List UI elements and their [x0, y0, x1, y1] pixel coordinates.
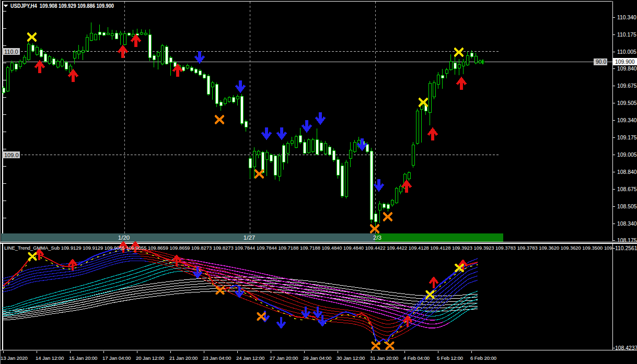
svg-text:108.675: 108.675 [617, 186, 637, 192]
svg-text:6 Feb 20:00: 6 Feb 20:00 [470, 355, 496, 361]
svg-text:15 Jan 20:00: 15 Jan 20:00 [69, 355, 97, 361]
svg-text:109.505: 109.505 [617, 100, 637, 106]
svg-text:23 Jan 04:00: 23 Jan 04:00 [203, 355, 231, 361]
svg-text:110.340: 110.340 [617, 15, 636, 20]
svg-text:1/20: 1/20 [118, 234, 130, 241]
svg-text:109.675: 109.675 [617, 83, 637, 89]
svg-text:109.005: 109.005 [617, 152, 637, 158]
svg-text:109.0: 109.0 [4, 152, 19, 158]
svg-text:110.0: 110.0 [4, 49, 18, 55]
svg-text:LINE_Trend_GMMA_Sub 109.9129 1: LINE_Trend_GMMA_Sub 109.9129 109.9129 10… [4, 245, 624, 251]
svg-text:108.840: 108.840 [617, 169, 637, 175]
svg-text:1/27: 1/27 [244, 234, 255, 241]
svg-text:90.0: 90.0 [596, 59, 606, 65]
svg-text:4 Feb 04:00: 4 Feb 04:00 [403, 355, 430, 361]
svg-text:109.175: 109.175 [617, 135, 637, 140]
svg-text:110.2561: 110.2561 [615, 245, 637, 251]
svg-text:5 Feb 12:00: 5 Feb 12:00 [437, 355, 463, 361]
svg-text:USDJPY,H4 109.908 109.929 109: USDJPY,H4 109.908 109.929 109.886 109.90… [10, 3, 114, 9]
svg-text:13 Jan 2020: 13 Jan 2020 [1, 355, 28, 361]
svg-text:109.900: 109.900 [615, 59, 635, 65]
svg-text:109.840: 109.840 [617, 66, 637, 72]
svg-text:110.175: 110.175 [617, 32, 636, 38]
svg-text:21 Jan 20:00: 21 Jan 20:00 [169, 355, 198, 361]
svg-text:20 Jan 12:00: 20 Jan 12:00 [136, 355, 164, 361]
svg-text:31 Jan 20:00: 31 Jan 20:00 [370, 355, 398, 361]
svg-text:108.340: 108.340 [617, 221, 637, 227]
svg-text:109.340: 109.340 [617, 118, 637, 123]
svg-text:108.175: 108.175 [617, 238, 637, 243]
svg-text:30 Jan 12:00: 30 Jan 12:00 [337, 355, 365, 361]
svg-text:29 Jan 04:00: 29 Jan 04:00 [303, 355, 331, 361]
svg-text:17 Jan 04:00: 17 Jan 04:00 [102, 355, 131, 361]
svg-text:24 Jan 12:00: 24 Jan 12:00 [236, 355, 264, 361]
svg-text:14 Jan 12:00: 14 Jan 12:00 [36, 355, 64, 361]
svg-text:27 Jan 20:00: 27 Jan 20:00 [270, 355, 298, 361]
svg-text:2/3: 2/3 [373, 234, 381, 241]
svg-text:110.005: 110.005 [617, 49, 636, 55]
svg-text:108.505: 108.505 [617, 204, 637, 209]
